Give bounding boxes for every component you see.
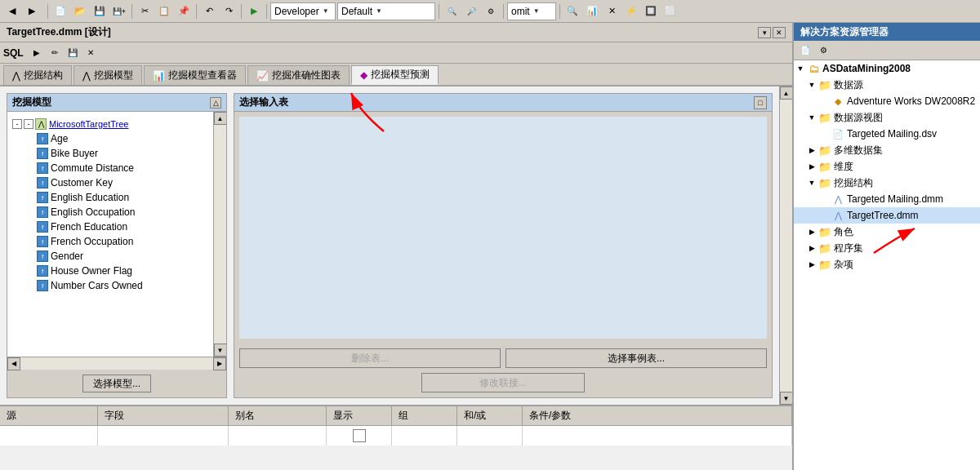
tree-item-english-edu[interactable]: f English Education (11, 190, 210, 205)
select-case-btn[interactable]: 选择事例表... (506, 348, 767, 368)
sql-edit-btn[interactable]: ✏ (47, 45, 63, 61)
copy-btn[interactable]: 📋 (155, 2, 173, 20)
scroll-down-btn[interactable]: ▼ (214, 344, 227, 357)
tab-mining-model[interactable]: ⋀ 挖掘模型 (74, 65, 142, 85)
panel-collapse-btn[interactable]: △ (210, 97, 221, 109)
main-scroll-down[interactable]: ▼ (780, 392, 793, 405)
sidebar-item-misc-folder[interactable]: ▶ 📁 杂项 (794, 256, 980, 273)
tb9[interactable]: ⚙ (482, 2, 500, 20)
sidebar-toolbar-btn1[interactable]: 📄 (797, 42, 813, 59)
tree-label-commute: Commute Distance (51, 162, 134, 174)
tree-item-gender[interactable]: f Gender (11, 249, 210, 264)
sidebar-item-solution[interactable]: ▼ 🗂 ASDataMining2008 (794, 60, 980, 77)
tree-item-commute[interactable]: f Commute Distance (11, 161, 210, 175)
tree-item-bikebuyer[interactable]: f Bike Buyer (11, 146, 210, 161)
tab-model-prediction[interactable]: ◆ 挖掘模型预测 (351, 65, 439, 85)
tm-dmm-icon: ⋀ (831, 193, 844, 206)
root-expand2-icon[interactable]: - (24, 119, 33, 129)
tb8[interactable]: 🔎 (462, 2, 480, 20)
sidebar-cube-label: 多维数据集 (834, 144, 883, 157)
omit-dropdown-arrow: ▼ (533, 7, 540, 15)
main-scroll-up[interactable]: ▲ (780, 86, 793, 100)
scroll-track[interactable] (214, 125, 226, 344)
modify-join-btn[interactable]: 修改联接... (421, 373, 585, 392)
tree-item-root[interactable]: - - ⋀ MicrosoftTargetTree (11, 117, 210, 131)
sidebar-tt-dmm-label: TargetTree.dmm (847, 210, 919, 221)
tree-item-age[interactable]: f Age (11, 131, 210, 146)
tb12[interactable]: ✕ (603, 2, 621, 20)
sql-run-btn[interactable]: ▶ (29, 45, 45, 61)
toolbar-fwd-btn[interactable]: ▶ (23, 2, 41, 20)
h-scroll-right-btn[interactable]: ▶ (213, 357, 226, 370)
sidebar-item-assembly-folder[interactable]: ▶ 📁 程序集 (794, 240, 980, 256)
sidebar-item-miningstructure-folder[interactable]: ▼ 📁 挖掘结构 (794, 175, 980, 191)
toolbar-back-btn[interactable]: ◀ (3, 2, 21, 20)
sidebar-item-datasource-folder[interactable]: ▼ 📁 数据源 (794, 77, 980, 93)
tb10[interactable]: 🔍 (564, 2, 581, 20)
tab-mining-structure[interactable]: ⋀ 挖掘结构 (3, 65, 72, 85)
grid-header: 源 字段 别名 显示 组 和/或 条件/参数 (0, 406, 792, 426)
field-icon-gender: f (37, 251, 48, 262)
tree-item-english-occ[interactable]: f English Occupation (11, 205, 210, 219)
developer-dropdown[interactable]: Developer ▼ (270, 2, 336, 20)
undo-btn[interactable]: ↶ (200, 2, 218, 20)
sidebar-toolbar-btn2[interactable]: ⚙ (815, 42, 831, 59)
paste-btn[interactable]: 📌 (175, 2, 193, 20)
sidebar-tree[interactable]: ▼ 🗂 ASDataMining2008 ▼ 📁 数据源 ◆ Adventure… (794, 60, 980, 470)
root-expand-icon[interactable]: - (12, 119, 22, 129)
tree-label-french-edu: French Education (51, 221, 127, 233)
doc-close-btn[interactable]: ✕ (773, 27, 786, 38)
select-model-btn[interactable]: 选择模型... (82, 375, 151, 392)
grid-cell-display-1[interactable] (327, 426, 392, 446)
display-checkbox-1[interactable] (353, 429, 366, 442)
doc-pin-btn[interactable]: ▾ (758, 27, 771, 38)
tree-label-english-edu: English Education (51, 192, 129, 203)
model-tree[interactable]: - - ⋀ MicrosoftTargetTree f Age (7, 112, 213, 357)
sidebar-item-datasourceview-folder[interactable]: ▼ 📁 数据源视图 (794, 109, 980, 126)
save-btn[interactable]: 💾 (91, 2, 109, 20)
omit-dropdown[interactable]: omit ▼ (507, 2, 556, 20)
sidebar-item-targettree-dmm[interactable]: ⋀ TargetTree.dmm (794, 207, 980, 224)
tb14[interactable]: 🔲 (642, 2, 660, 20)
tab-accuracy-chart[interactable]: 📈 挖掘准确性图表 (247, 65, 350, 85)
scroll-up-btn[interactable]: ▲ (214, 112, 227, 125)
delete-table-btn[interactable]: 删除表... (239, 348, 501, 368)
run-btn[interactable]: ▶ (245, 2, 263, 20)
model-viewer-icon: 📊 (153, 70, 165, 82)
h-scroll-track[interactable] (20, 357, 213, 370)
tree-item-numcars[interactable]: f Number Cars Owned (11, 278, 210, 293)
tree-item-houseowner[interactable]: f House Owner Flag (11, 264, 210, 278)
right-panel-resize-btn[interactable]: □ (754, 96, 767, 109)
sql-save-btn[interactable]: 💾 (65, 45, 81, 61)
save-all-btn[interactable]: 💾+ (110, 2, 128, 20)
tb15[interactable]: ⬜ (662, 2, 679, 20)
grid-row-1[interactable] (0, 426, 792, 446)
redo-btn[interactable]: ↷ (220, 2, 238, 20)
h-scroll-left-btn[interactable]: ◀ (7, 357, 20, 370)
tb13[interactable]: ⚡ (622, 2, 640, 20)
sidebar-item-dimension-folder[interactable]: ▶ 📁 维度 (794, 158, 980, 175)
tb11[interactable]: 📊 (583, 2, 601, 20)
sidebar-item-role-folder[interactable]: ▶ 📁 角色 (794, 224, 980, 240)
new-btn[interactable]: 📄 (51, 2, 69, 20)
mining-model-icon: ⋀ (82, 70, 91, 82)
sidebar-item-targeted-mailing-dmm[interactable]: ⋀ Targeted Mailing.dmm (794, 191, 980, 207)
tree-item-french-edu[interactable]: f French Education (11, 219, 210, 234)
tree-item-french-occ[interactable]: f French Occupation (11, 234, 210, 249)
sidebar-item-cube-folder[interactable]: ▶ 📁 多维数据集 (794, 142, 980, 158)
sidebar-item-adventureworks[interactable]: ◆ Adventure Works DW2008R2 (794, 93, 980, 109)
sidebar-item-targeted-mailing-dsv[interactable]: 📄 Targeted Mailing.dsv (794, 126, 980, 142)
default-dropdown[interactable]: Default ▼ (337, 2, 435, 20)
tb7[interactable]: 🔍 (443, 2, 461, 20)
cube-folder-icon: 📁 (818, 144, 831, 157)
input-table-panel-header: 选择输入表 □ (234, 94, 772, 112)
sidebar-tm-dmm-label: Targeted Mailing.dmm (847, 193, 943, 205)
tab-model-viewer[interactable]: 📊 挖掘模型查看器 (144, 65, 246, 85)
right-panel-btn-row1: 删除表... 选择事例表... (234, 344, 772, 373)
cut-btn[interactable]: ✂ (136, 2, 154, 20)
open-btn[interactable]: 📂 (71, 2, 89, 20)
tree-item-customerkey[interactable]: f Customer Key (11, 175, 210, 190)
asm-folder-icon: 📁 (818, 242, 831, 255)
main-scroll-track[interactable] (780, 100, 792, 392)
sql-clear-btn[interactable]: ✕ (82, 45, 99, 61)
